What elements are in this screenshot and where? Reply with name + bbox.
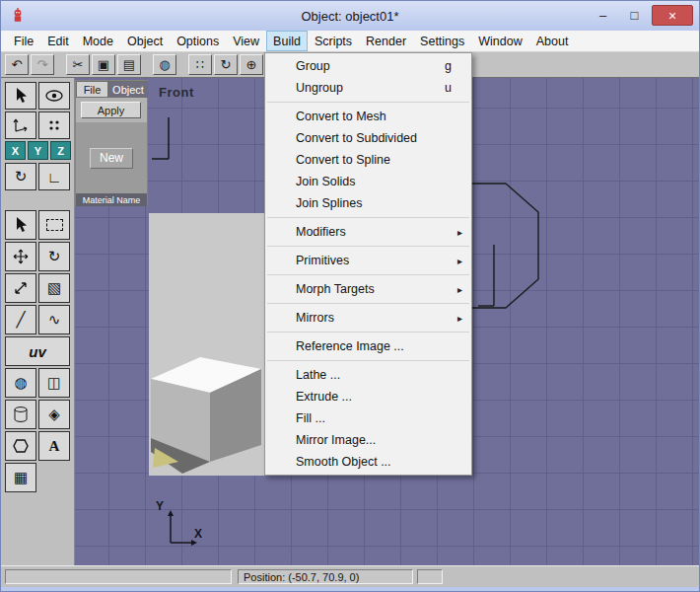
paste-icon[interactable]: ▤ [117,54,141,75]
undo-icon[interactable]: ↶ [5,54,29,75]
menu-view[interactable]: View [226,31,266,51]
visibility-tool[interactable] [38,82,70,110]
cursor-arrow-icon [14,217,28,233]
wireframe-sphere-icon[interactable]: ◍ [153,54,176,75]
tab-object[interactable]: Object [108,81,148,98]
marquee-icon [46,219,63,231]
menu-settings[interactable]: Settings [413,31,471,51]
mesh-sphere-tool[interactable]: ◫ [38,368,70,398]
menu-item-ungroup[interactable]: Ungroup u [265,77,471,99]
arc-rotate-icon[interactable]: ↻ [214,54,238,75]
menu-about[interactable]: About [529,31,576,51]
uv-tool[interactable]: uv [5,336,70,366]
menu-item-reference-image[interactable]: Reference Image ... [265,335,471,357]
rotate-tool[interactable]: ↻ [38,242,70,271]
tab-file[interactable]: File [76,81,108,98]
menu-item-convert-to-spline[interactable]: Convert to Spline [265,149,471,171]
menu-separator [267,102,469,103]
sphere-tool[interactable]: ◍ [5,368,36,398]
menu-item-fill[interactable]: Fill ... [265,407,471,429]
menu-item-label: Smooth Object ... [296,455,391,469]
close-button[interactable]: × [652,5,693,26]
spline-tool[interactable]: ∿ [38,305,70,334]
menu-object[interactable]: Object [120,31,170,51]
move-tool[interactable] [5,242,36,271]
menu-item-group[interactable]: Group g [265,55,471,77]
nonuniform-scale-tool[interactable]: ▧ [38,273,70,303]
menu-edit[interactable]: Edit [40,31,76,51]
menu-separator [267,274,469,275]
menu-bar: File Edit Mode Object Options View Build… [1,31,699,52]
submenu-arrow-icon: ▸ [457,227,462,238]
menu-item-convert-to-mesh[interactable]: Convert to Mesh [265,106,471,127]
cylinder-tool[interactable] [5,400,36,429]
menu-item-mirror-image[interactable]: Mirror Image... [265,429,471,451]
menu-item-join-solids[interactable]: Join Solids [265,171,471,192]
points-tool[interactable] [38,111,70,139]
axis-lock-z-button[interactable]: Z [50,141,71,160]
menu-item-smooth-object[interactable]: Smooth Object ... [265,451,471,473]
window-title: Object: object01* [301,9,398,24]
menu-item-convert-to-subdivided[interactable]: Convert to Subdivided [265,127,471,149]
quad-view-icon[interactable]: ∷ [188,54,212,75]
menu-item-primitives[interactable]: Primitives ▸ [265,250,471,271]
secondary-viewport[interactable] [149,213,264,476]
axis-x-label: X [194,527,202,541]
menu-separator [267,332,469,333]
line-tool[interactable]: ╱ [5,305,36,334]
menu-item-morph-targets[interactable]: Morph Targets ▸ [265,278,471,300]
menu-mode[interactable]: Mode [76,31,120,51]
origin-gizmo: Y X [156,499,202,546]
axis-y-label: Y [156,499,164,513]
window-controls: – □ × [589,5,693,26]
menu-item-label: Reference Image ... [296,339,404,353]
copy-icon[interactable]: ▣ [92,54,115,75]
axes-tool[interactable] [5,111,36,139]
app-icon [9,7,27,25]
menu-item-label: Group [296,59,330,73]
status-field-small [417,569,443,584]
axes-icon [13,117,29,133]
cut-icon[interactable]: ✂ [66,54,90,75]
menu-shortcut: g [445,59,452,73]
menu-window[interactable]: Window [471,31,528,51]
minimize-button[interactable]: – [589,5,617,26]
material-name-label: Material Name [76,193,147,206]
marquee-select-tool[interactable] [38,210,70,240]
solid-object[interactable] [149,213,264,476]
redo-icon[interactable]: ↷ [31,54,54,75]
menu-item-lathe[interactable]: Lathe ... [265,364,471,386]
axis-lock-x-button[interactable]: X [5,141,26,160]
scale-tool[interactable] [5,273,36,303]
eye-icon [45,90,63,102]
menu-render[interactable]: Render [359,31,413,51]
menu-item-mirrors[interactable]: Mirrors ▸ [265,307,471,329]
title-bar[interactable]: Object: object01* – □ × [1,1,699,31]
axis-lock-y-button[interactable]: Y [28,141,48,160]
material-preview-area: New [76,122,147,193]
new-material-button[interactable]: New [90,148,133,169]
menu-scripts[interactable]: Scripts [308,31,359,51]
rotate-axes-tool[interactable]: ↻ [5,163,36,190]
select-tool[interactable] [5,82,36,110]
menu-item-modifiers[interactable]: Modifiers ▸ [265,221,471,243]
menu-item-join-splines[interactable]: Join Splines [265,192,471,214]
tool-palette: X Y Z ↻ ∟ ↻ ▧ ╱ ∿ uv ◍ ◫ [1,78,75,565]
dots-icon [47,118,61,132]
menu-options[interactable]: Options [170,31,226,51]
menu-build[interactable]: Build [266,31,308,51]
zoom-icon[interactable]: ⊕ [240,54,263,75]
menu-item-label: Ungroup [296,81,343,95]
apply-button[interactable]: Apply [81,102,141,118]
ngon-tool[interactable] [5,431,36,461]
menu-item-extrude[interactable]: Extrude ... [265,386,471,407]
select-arrow-tool[interactable] [5,210,36,240]
menu-separator [267,217,469,218]
table-tool[interactable]: ▦ [5,463,36,492]
maximize-button[interactable]: □ [620,5,649,26]
text-tool[interactable]: A [38,431,70,461]
geodesic-tool[interactable]: ◈ [38,400,70,429]
menu-item-label: Fill ... [296,411,325,425]
menu-file[interactable]: File [7,31,40,51]
angle-tool[interactable]: ∟ [38,163,70,190]
